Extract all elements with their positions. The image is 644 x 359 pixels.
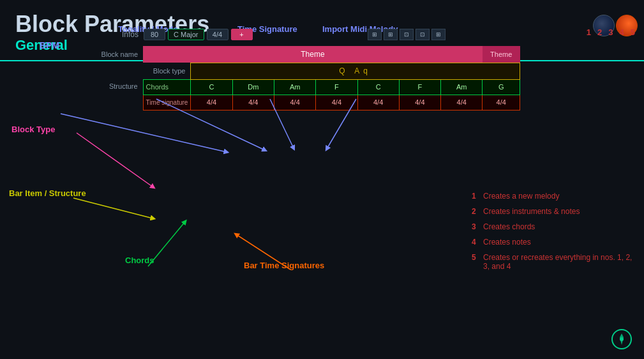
list-item-1: 1 Creates a new melody	[472, 192, 638, 201]
num-btn-2[interactable]: 2	[597, 27, 602, 37]
chord-6[interactable]: F	[399, 79, 440, 95]
chords-row: Chords C Dm Am F C F Am G	[99, 79, 520, 95]
block-name-row: Block name Theme Theme	[99, 46, 520, 63]
chord-7[interactable]: Am	[441, 79, 483, 95]
svg-line-0	[61, 114, 227, 152]
num-btn-4[interactable]: 4	[620, 27, 624, 37]
list-num-2: 2	[472, 207, 483, 216]
block-type-row: Structure Block type Q Aq	[99, 63, 520, 79]
block-type-value[interactable]: Q Aq	[191, 63, 520, 79]
list-item-2: 2 Creates instruments & notes	[472, 207, 638, 216]
bpm-input[interactable]: 80	[144, 29, 165, 40]
list-num-1: 1	[472, 192, 483, 201]
list-num-4: 4	[472, 238, 483, 247]
timesig-row: Time signature 4/4 4/4 4/4 4/4 4/4 4/4 4…	[99, 95, 520, 110]
timesig-6[interactable]: 4/4	[399, 95, 440, 110]
timesig-3[interactable]: 4/4	[274, 95, 315, 110]
infos-controls: 80 C Major 4/4 +	[144, 29, 253, 40]
chords-header: Chords	[143, 79, 191, 95]
icon-btn-3[interactable]: ⊡	[400, 29, 414, 40]
num-btn-5[interactable]: 5	[631, 27, 635, 37]
timesig-1[interactable]: 4/4	[191, 95, 232, 110]
ann-chords: Chords	[125, 256, 154, 265]
icon-buttons-row: ⊞ ⊞ ⊡ ⊡ ⊞	[368, 29, 446, 40]
list-num-5: 5	[472, 253, 483, 262]
block-name-label: Block name	[99, 46, 143, 63]
list-text-5: Creates or recreates everything in nos. …	[483, 253, 638, 271]
list-item-3: 3 Creates chords	[472, 222, 638, 231]
num-btn-3[interactable]: 3	[608, 27, 613, 37]
infos-label: Infos	[99, 30, 144, 39]
timesig-8[interactable]: 4/4	[483, 95, 520, 110]
ann-bartimesig: Bar Time Signatures	[244, 261, 324, 270]
list-text-2: Creates instruments & notes	[483, 207, 638, 216]
table-container: Infos 80 C Major 4/4 + ⊞ ⊞ ⊡ ⊡ ⊞	[99, 26, 520, 111]
list-text-4: Creates notes	[483, 238, 638, 247]
list-text-1: Creates a new melody	[483, 192, 638, 201]
chord-1[interactable]: C	[191, 79, 232, 95]
chord-2[interactable]: Dm	[232, 79, 274, 95]
svg-line-4	[77, 133, 153, 187]
chord-8[interactable]: G	[483, 79, 520, 95]
ann-baritem: Bar Item / Structure	[9, 188, 86, 198]
block-name-value[interactable]: Theme	[143, 48, 483, 61]
list-item-5: 5 Creates or recreates everything in nos…	[472, 253, 638, 271]
list-text-3: Creates chords	[483, 222, 638, 231]
timesig-7[interactable]: 4/4	[441, 95, 483, 110]
icon-btn-1[interactable]: ⊞	[368, 29, 382, 40]
timesig-input[interactable]: 4/4	[207, 29, 228, 40]
timesig-4[interactable]: 4/4	[316, 95, 357, 110]
ann-bpm: BPM	[40, 40, 59, 50]
icon-btn-4[interactable]: ⊡	[416, 29, 430, 40]
chord-4[interactable]: F	[316, 79, 357, 95]
timesig-5[interactable]: 4/4	[357, 95, 399, 110]
timesig-header: Time signature	[143, 95, 191, 110]
icon-btn-2[interactable]: ⊞	[384, 29, 398, 40]
icon-btn-5[interactable]: ⊞	[431, 29, 446, 40]
timesig-plus[interactable]: +	[231, 29, 253, 40]
structure-table: Block name Theme Theme Structure Block t…	[99, 46, 520, 111]
num-btn-1[interactable]: 1	[587, 27, 591, 37]
bottom-logo	[611, 328, 633, 350]
timesig-2[interactable]: 4/4	[232, 95, 274, 110]
key-input[interactable]: C Major	[168, 29, 204, 40]
top-number-buttons: 1 2 3 4 5	[587, 27, 635, 37]
svg-line-5	[73, 198, 153, 218]
block-type-label: Block type	[143, 63, 191, 79]
chord-3[interactable]: Am	[274, 79, 315, 95]
right-list: 1 Creates a new melody 2 Creates instrum…	[472, 192, 638, 277]
list-item-4: 4 Creates notes	[472, 238, 638, 247]
logo-area	[593, 6, 638, 45]
block-name-right: Theme	[483, 46, 520, 63]
list-num-3: 3	[472, 222, 483, 231]
svg-point-9	[620, 337, 624, 341]
chord-5[interactable]: C	[357, 79, 399, 95]
structure-label: Structure	[99, 63, 143, 110]
ann-blocktype: Block Type	[11, 125, 55, 134]
infos-row: Infos 80 C Major 4/4 + ⊞ ⊞ ⊡ ⊡ ⊞	[99, 26, 520, 43]
